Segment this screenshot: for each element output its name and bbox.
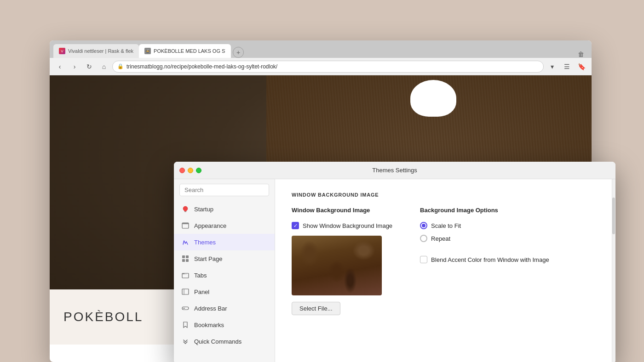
ssl-icon: 🔒 (117, 63, 124, 69)
address-bar-icon (181, 304, 190, 312)
reload-button[interactable]: ↻ (83, 60, 96, 73)
settings-right-column: Background Image Options Scale to Fit Re… (420, 207, 549, 315)
settings-content: Window Background Image ✓ Show Window Ba… (292, 207, 595, 315)
svg-rect-3 (182, 255, 185, 258)
sidebar-item-appearance[interactable]: Appearance (174, 217, 275, 234)
svg-rect-0 (184, 211, 186, 212)
minimize-button[interactable] (188, 168, 193, 173)
right-col-title: Background Image Options (420, 207, 549, 214)
bowl-image (410, 80, 456, 117)
repeat-row: Repeat (420, 235, 549, 242)
image-options-radio-group: Scale to Fit Repeat (420, 222, 549, 242)
recipe-title: POKÈBOLL (63, 310, 143, 324)
quick-commands-icon (181, 337, 190, 345)
bookmarks-icon (181, 321, 190, 329)
svg-rect-2 (182, 223, 189, 224)
settings-left-column: Window Background Image ✓ Show Window Ba… (292, 207, 392, 315)
svg-rect-6 (186, 259, 189, 262)
svg-rect-11 (183, 308, 185, 309)
start-page-label: Start Page (194, 255, 222, 262)
left-col-title: Window Background Image (292, 207, 392, 214)
vivaldi-favicon: V (59, 48, 65, 54)
tab-vivaldi-label: Vivaldi nettleser | Rask & flek (68, 48, 133, 54)
settings-titlebar: Themes Settings (174, 162, 615, 179)
wood-texture (292, 236, 382, 295)
address-bar[interactable]: 🔒 trinesmatblogg.no/recipe/pokebolle-med… (112, 61, 544, 73)
sidebar-item-bookmarks[interactable]: Bookmarks (174, 317, 275, 333)
panel-label: Panel (194, 288, 209, 295)
close-button[interactable] (179, 168, 185, 173)
food-favicon: 🍲 (144, 48, 151, 54)
tabs-icon (181, 271, 190, 279)
show-bg-checkbox-row: ✓ Show Window Background Image (292, 222, 392, 229)
sidebar-item-start-page[interactable]: Start Page (174, 250, 275, 267)
menu-button[interactable]: ☰ (560, 60, 573, 73)
tab-food[interactable]: 🍲 POKÈBOLLE MED LAKS OG SY (139, 44, 231, 58)
svg-rect-8 (182, 289, 189, 294)
svg-rect-4 (186, 255, 189, 258)
repeat-label: Repeat (431, 235, 450, 242)
blend-checkbox[interactable] (420, 256, 427, 263)
settings-main: WINDOW BACKGROUND IMAGE Window Backgroun… (275, 179, 612, 362)
sidebar-item-themes[interactable]: Themes (174, 234, 275, 250)
section-title: WINDOW BACKGROUND IMAGE (292, 192, 595, 198)
start-page-icon (181, 255, 190, 263)
sidebar-item-tabs[interactable]: Tabs (174, 267, 275, 283)
show-bg-checkbox[interactable]: ✓ (292, 222, 299, 229)
sidebar-item-startup[interactable]: Startup (174, 201, 275, 217)
tabs-label: Tabs (194, 272, 207, 279)
tab-food-label: POKÈBOLLE MED LAKS OG SY (154, 48, 225, 54)
forward-button[interactable]: › (68, 60, 81, 73)
scale-to-fit-row: Scale to Fit (420, 222, 549, 229)
svg-rect-5 (182, 259, 185, 262)
dropdown-button[interactable]: ▾ (546, 60, 558, 73)
bookmark-button[interactable]: 🔖 (575, 60, 588, 73)
tab-vivaldi[interactable]: V Vivaldi nettleser | Rask & flek (53, 44, 139, 58)
appearance-icon (181, 221, 190, 230)
address-bar-label: Address Bar (194, 305, 227, 312)
scrollbar[interactable] (612, 179, 615, 362)
trash-icon[interactable]: 🗑 (578, 51, 588, 58)
scrollbar-thumb[interactable] (612, 198, 615, 234)
sidebar-item-panel[interactable]: Panel (174, 283, 275, 300)
back-button[interactable]: ‹ (53, 60, 66, 73)
blend-label: Blend Accent Color from Window with Imag… (431, 256, 549, 264)
browser-tabs-bar: V Vivaldi nettleser | Rask & flek 🍲 POKÈ… (50, 40, 592, 58)
background-image-preview (292, 236, 382, 295)
new-tab-button[interactable]: + (233, 47, 244, 58)
browser-toolbar: ‹ › ↻ ⌂ 🔒 trinesmatblogg.no/recipe/pokeb… (50, 58, 592, 75)
bookmarks-label: Bookmarks (194, 322, 224, 328)
blend-checkbox-row: Blend Accent Color from Window with Imag… (420, 256, 549, 264)
startup-icon (181, 205, 190, 213)
panel-icon (181, 288, 190, 296)
address-text: trinesmatblogg.no/recipe/pokebolle-med-l… (126, 63, 539, 70)
themes-icon (181, 238, 190, 246)
home-button[interactable]: ⌂ (98, 60, 110, 73)
sidebar-item-quick-commands[interactable]: Quick Commands (174, 333, 275, 350)
search-input[interactable] (179, 184, 269, 196)
select-file-button[interactable]: Select File... (292, 302, 340, 315)
appearance-label: Appearance (194, 222, 226, 229)
dialog-title: Themes Settings (372, 167, 417, 174)
maximize-button[interactable] (196, 168, 201, 173)
settings-dialog: Themes Settings Startup (174, 162, 615, 362)
scale-to-fit-label: Scale to Fit (431, 222, 461, 229)
settings-body: Startup Appearance Th (174, 179, 615, 362)
scale-to-fit-radio[interactable] (420, 222, 427, 229)
startup-label: Startup (194, 206, 213, 213)
themes-label: Themes (194, 239, 216, 246)
repeat-radio[interactable] (420, 235, 427, 242)
settings-sidebar: Startup Appearance Th (174, 179, 275, 362)
window-controls (179, 168, 201, 173)
sidebar-item-address-bar[interactable]: Address Bar (174, 300, 275, 317)
show-bg-label: Show Window Background Image (303, 222, 392, 229)
quick-commands-label: Quick Commands (194, 338, 242, 345)
